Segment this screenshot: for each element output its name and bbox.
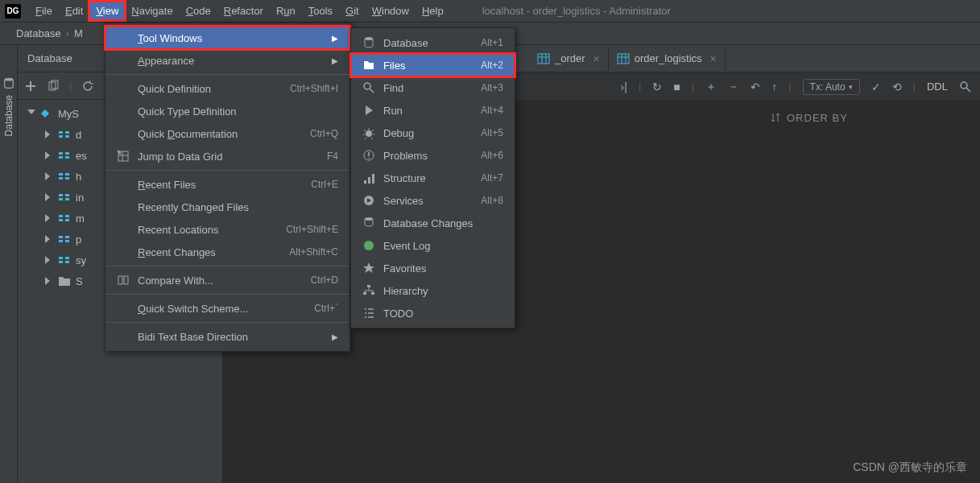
menu-item-quick-switch-scheme-[interactable]: Quick Switch Scheme...Ctrl+` bbox=[105, 297, 349, 320]
close-icon[interactable]: × bbox=[593, 52, 600, 65]
db-icon bbox=[362, 36, 375, 49]
svg-rect-21 bbox=[65, 215, 69, 217]
menu-item-jump-to-data-grid[interactable]: Jump to Data GridF4 bbox=[105, 145, 349, 167]
menu-item-problems[interactable]: ProblemsAlt+6 bbox=[351, 144, 515, 167]
svg-rect-29 bbox=[65, 257, 69, 259]
table-icon bbox=[537, 53, 550, 64]
menu-item-event-log[interactable]: Event Log bbox=[351, 234, 515, 257]
menu-item-quick-documentation[interactable]: Quick DocumentationCtrl+Q bbox=[105, 122, 349, 145]
editor-tab[interactable]: order_logistics× bbox=[609, 47, 726, 70]
svg-rect-18 bbox=[65, 198, 69, 200]
menu-item-services[interactable]: ServicesAlt+8 bbox=[351, 189, 515, 212]
remove-row-icon[interactable]: － bbox=[728, 80, 739, 94]
menu-navigate[interactable]: Navigate bbox=[125, 2, 179, 20]
menu-item-recent-files[interactable]: Recent FilesCtrl+E bbox=[105, 173, 349, 196]
schema-icon bbox=[58, 213, 71, 224]
check-icon[interactable]: ✓ bbox=[871, 80, 881, 93]
svg-rect-3 bbox=[59, 131, 63, 134]
ddl-button[interactable]: DDL bbox=[927, 80, 948, 93]
menu-item-quick-definition[interactable]: Quick DefinitionCtrl+Shift+I bbox=[105, 77, 349, 100]
stop-icon[interactable]: ■ bbox=[673, 80, 680, 93]
window-title: localhost - order_logistics - Administra… bbox=[482, 5, 671, 17]
schema-icon bbox=[58, 150, 71, 161]
schema-icon bbox=[58, 254, 71, 266]
svg-rect-49 bbox=[371, 292, 374, 295]
compare-icon bbox=[117, 274, 130, 287]
menu-tools[interactable]: Tools bbox=[302, 2, 339, 20]
menu-run[interactable]: Run bbox=[270, 2, 302, 20]
menu-item-find[interactable]: FindAlt+3 bbox=[351, 76, 515, 99]
svg-rect-43 bbox=[372, 174, 374, 184]
menu-item-bidi-text-base-direction[interactable]: Bidi Text Base Direction▶ bbox=[105, 325, 349, 348]
search-icon bbox=[362, 81, 375, 94]
editor-tab[interactable]: _order× bbox=[529, 47, 609, 70]
menu-item-database-changes[interactable]: Database Changes bbox=[351, 212, 515, 234]
menu-view[interactable]: View bbox=[89, 2, 125, 20]
menu-item-recently-changed-files[interactable]: Recently Changed Files bbox=[105, 196, 349, 218]
menu-window[interactable]: Window bbox=[366, 2, 416, 20]
svg-rect-48 bbox=[363, 292, 366, 295]
reload-icon[interactable]: ↻ bbox=[652, 80, 662, 93]
warn-icon bbox=[362, 149, 375, 162]
svg-rect-6 bbox=[65, 135, 69, 138]
menu-file[interactable]: File bbox=[29, 2, 59, 20]
menu-item-database[interactable]: DatabaseAlt+1 bbox=[351, 31, 515, 54]
menu-item-recent-changes[interactable]: Recent ChangesAlt+Shift+C bbox=[105, 241, 349, 263]
sort-icon[interactable] bbox=[771, 112, 780, 123]
menu-item-run[interactable]: RunAlt+4 bbox=[351, 99, 515, 122]
menu-code[interactable]: Code bbox=[180, 2, 217, 20]
menu-item-hierarchy[interactable]: Hierarchy bbox=[351, 279, 515, 302]
add-icon[interactable] bbox=[24, 80, 37, 93]
svg-rect-17 bbox=[65, 194, 69, 196]
svg-rect-12 bbox=[59, 177, 63, 180]
svg-rect-13 bbox=[65, 173, 69, 175]
close-icon[interactable]: × bbox=[710, 52, 717, 65]
svg-point-46 bbox=[364, 241, 374, 250]
menu-item-files[interactable]: FilesAlt+2 bbox=[351, 54, 515, 76]
refresh-icon[interactable] bbox=[81, 80, 94, 93]
breadcrumb-item[interactable]: M bbox=[74, 27, 83, 39]
breadcrumb-item[interactable]: Database bbox=[16, 27, 61, 39]
search-icon[interactable] bbox=[959, 80, 972, 93]
svg-rect-26 bbox=[65, 240, 69, 242]
last-icon[interactable]: ›| bbox=[621, 80, 627, 93]
tx-mode-dropdown[interactable]: Tx: Auto▾ bbox=[803, 79, 860, 95]
svg-rect-25 bbox=[65, 236, 69, 238]
menu-item-quick-type-definition[interactable]: Quick Type Definition bbox=[105, 100, 349, 122]
menu-item-structure[interactable]: StructureAlt+7 bbox=[351, 167, 515, 189]
todo-icon bbox=[362, 307, 375, 320]
rollback-icon[interactable]: ⟲ bbox=[892, 80, 902, 93]
menu-edit[interactable]: Edit bbox=[59, 2, 89, 20]
datasource-icon bbox=[40, 108, 53, 119]
event-icon bbox=[362, 239, 375, 252]
svg-rect-19 bbox=[59, 215, 63, 217]
table-icon bbox=[617, 53, 630, 64]
copy-icon[interactable] bbox=[47, 80, 60, 93]
side-tool-tab[interactable]: Database bbox=[0, 45, 18, 483]
add-row-icon[interactable]: ＋ bbox=[705, 80, 717, 94]
bug-icon bbox=[362, 126, 375, 139]
menu-item-todo[interactable]: TODO bbox=[351, 302, 515, 324]
menu-item-tool-windows[interactable]: Tool Windows▶ bbox=[105, 27, 349, 49]
revert-icon[interactable]: ↶ bbox=[751, 80, 760, 93]
svg-rect-24 bbox=[59, 240, 63, 242]
menu-help[interactable]: Help bbox=[416, 2, 450, 20]
menu-refactor[interactable]: Refactor bbox=[217, 2, 270, 20]
schema-icon bbox=[58, 233, 71, 245]
menu-item-appearance[interactable]: Appearance▶ bbox=[105, 49, 349, 72]
order-by-label[interactable]: ORDER BY bbox=[787, 112, 848, 124]
menu-item-recent-locations[interactable]: Recent LocationsCtrl+Shift+E bbox=[105, 218, 349, 241]
struct-icon bbox=[362, 171, 375, 184]
side-tab-label: Database bbox=[3, 95, 14, 136]
svg-rect-28 bbox=[59, 261, 63, 263]
svg-rect-9 bbox=[65, 152, 69, 155]
menu-item-compare-with-[interactable]: Compare With...Ctrl+D bbox=[105, 269, 349, 291]
menu-item-debug[interactable]: DebugAlt+5 bbox=[351, 122, 515, 144]
commit-icon[interactable]: ↑ bbox=[771, 80, 777, 93]
svg-rect-36 bbox=[124, 276, 128, 284]
svg-rect-15 bbox=[59, 194, 63, 196]
menu-git[interactable]: Git bbox=[339, 2, 366, 20]
svg-rect-16 bbox=[59, 198, 63, 200]
folder-icon bbox=[58, 275, 71, 287]
menu-item-favorites[interactable]: Favorites bbox=[351, 257, 515, 279]
